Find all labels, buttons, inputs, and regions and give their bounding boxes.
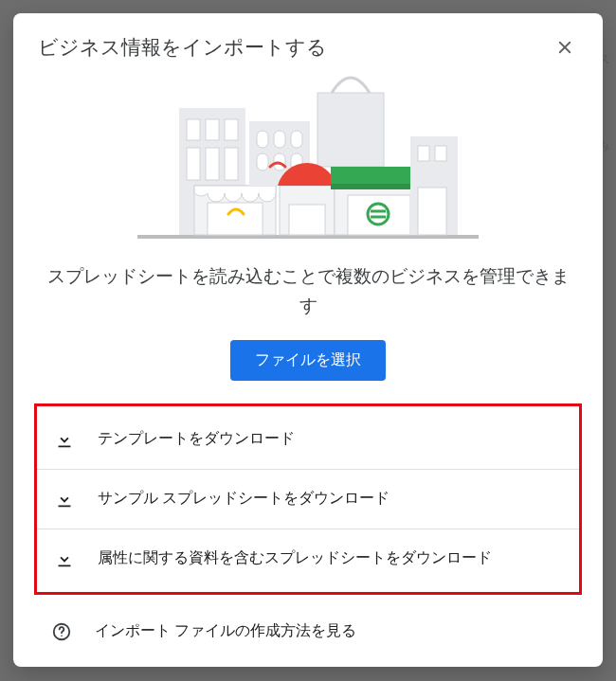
dialog-subtitle: スプレッドシートを読み込むことで複数のビジネスを管理できます <box>13 256 603 331</box>
svg-rect-30 <box>418 146 429 161</box>
download-attributes-link[interactable]: 属性に関する資料を含むスプレッドシートをダウンロード <box>37 529 579 588</box>
download-icon <box>54 429 75 450</box>
dialog-header: ビジネス情報をインポートする <box>13 13 603 72</box>
svg-rect-21 <box>289 205 325 235</box>
svg-rect-15 <box>274 131 285 148</box>
hero-illustration <box>13 72 603 256</box>
svg-rect-31 <box>435 146 446 161</box>
svg-rect-32 <box>418 188 446 235</box>
svg-rect-9 <box>206 148 219 180</box>
svg-rect-12 <box>208 203 263 235</box>
svg-rect-3 <box>317 93 384 167</box>
download-icon <box>54 548 75 569</box>
close-button[interactable] <box>552 34 578 61</box>
svg-rect-5 <box>187 119 200 140</box>
download-template-link[interactable]: テンプレートをダウンロード <box>37 410 579 469</box>
svg-rect-14 <box>257 131 268 148</box>
help-icon <box>51 621 72 642</box>
download-link-label: サンプル スプレッドシートをダウンロード <box>98 489 390 509</box>
download-icon <box>54 489 75 510</box>
choose-file-button[interactable]: ファイルを選択 <box>230 340 386 381</box>
dialog-title: ビジネス情報をインポートする <box>38 34 327 61</box>
download-sample-link[interactable]: サンプル スプレッドシートをダウンロード <box>37 469 579 529</box>
svg-rect-17 <box>257 153 268 170</box>
svg-rect-23 <box>348 195 410 235</box>
import-dialog: ビジネス情報をインポートする <box>13 13 603 667</box>
svg-rect-16 <box>291 131 302 148</box>
svg-rect-6 <box>206 119 219 140</box>
svg-rect-7 <box>225 119 238 140</box>
help-link-label: インポート ファイルの作成方法を見る <box>95 621 356 641</box>
svg-rect-10 <box>225 148 238 180</box>
svg-rect-2 <box>137 235 479 239</box>
close-icon <box>556 39 573 56</box>
download-link-label: 属性に関する資料を含むスプレッドシートをダウンロード <box>98 548 492 568</box>
svg-point-34 <box>61 635 63 636</box>
choose-file-row: ファイルを選択 <box>13 331 603 403</box>
download-link-label: テンプレートをダウンロード <box>98 429 295 449</box>
help-link[interactable]: インポート ファイルの作成方法を見る <box>13 604 603 644</box>
download-links-highlight: テンプレートをダウンロード サンプル スプレッドシートをダウンロード 属性に関す… <box>34 403 582 595</box>
svg-rect-8 <box>187 148 200 180</box>
